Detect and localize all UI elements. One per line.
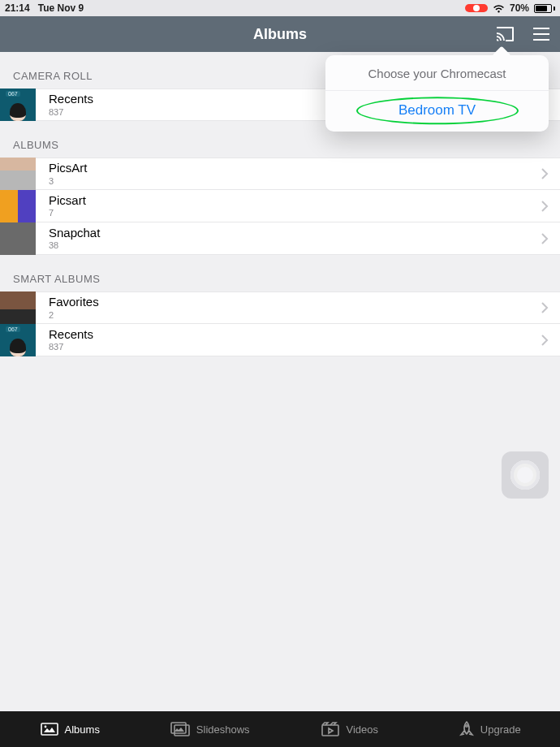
- album-count: 2: [49, 310, 99, 320]
- album-count: 7: [49, 208, 86, 218]
- status-time: 21:14: [5, 2, 30, 14]
- svg-point-5: [466, 725, 468, 728]
- album-thumbnail: [0, 158, 36, 190]
- chevron-right-icon: [541, 233, 549, 244]
- wifi-icon: [493, 4, 505, 13]
- album-title: Snapchat: [49, 227, 100, 240]
- album-thumbnail: [0, 324, 36, 356]
- assistive-touch-button[interactable]: [502, 451, 549, 499]
- tab-label: Albums: [65, 723, 100, 736]
- album-row[interactable]: Picsart 7: [0, 190, 560, 222]
- chevron-right-icon: [541, 168, 549, 179]
- album-thumbnail: [0, 89, 36, 121]
- chromecast-device-label: Bedroom TV: [398, 102, 476, 118]
- album-title: PicsArt: [49, 162, 88, 175]
- album-row[interactable]: PicsArt 3: [0, 158, 560, 190]
- svg-rect-4: [322, 725, 338, 736]
- slideshows-icon: [170, 722, 190, 736]
- chevron-right-icon: [541, 335, 549, 346]
- tab-albums[interactable]: Albums: [0, 711, 140, 747]
- tab-label: Upgrade: [480, 723, 521, 736]
- popover-title: Choose your Chromecast: [325, 55, 549, 91]
- chevron-right-icon: [541, 302, 549, 313]
- svg-rect-0: [41, 723, 58, 735]
- svg-rect-3: [171, 723, 186, 733]
- chromecast-device[interactable]: Bedroom TV: [325, 91, 549, 132]
- tab-label: Slideshows: [196, 723, 250, 736]
- videos-icon: [321, 722, 339, 736]
- album-thumbnail: [0, 291, 36, 324]
- nav-header: Albums: [0, 16, 560, 52]
- battery-icon: [534, 4, 555, 13]
- album-title: Recents: [49, 328, 93, 342]
- svg-point-1: [44, 726, 46, 728]
- section-header-smart-albums: SMART ALBUMS: [0, 255, 560, 291]
- cast-icon[interactable]: [495, 26, 515, 42]
- tab-label: Videos: [346, 723, 378, 736]
- album-count: 3: [49, 176, 88, 186]
- album-title: Favorites: [49, 296, 99, 309]
- tab-videos[interactable]: Videos: [280, 711, 420, 747]
- status-date: Tue Nov 9: [38, 2, 84, 14]
- status-bar: 21:14 Tue Nov 9 70%: [0, 0, 560, 16]
- albums-icon: [41, 723, 58, 736]
- screen-recording-indicator: [465, 4, 488, 12]
- album-thumbnail: [0, 190, 36, 222]
- album-title: Picsart: [49, 194, 86, 208]
- upgrade-icon: [459, 721, 474, 737]
- page-title: Albums: [253, 26, 307, 43]
- album-count: 837: [49, 107, 93, 117]
- tab-bar: Albums Slideshows Videos Upgrade: [0, 711, 560, 747]
- album-row[interactable]: Snapchat 38: [0, 222, 560, 255]
- menu-icon[interactable]: [532, 28, 550, 41]
- album-count: 837: [49, 342, 93, 352]
- album-thumbnail: [0, 222, 36, 255]
- chromecast-popover: Choose your Chromecast Bedroom TV: [325, 55, 549, 132]
- album-row[interactable]: Favorites 2: [0, 291, 560, 324]
- assistive-touch-icon: [510, 460, 540, 490]
- chevron-right-icon: [541, 201, 549, 212]
- album-row[interactable]: Recents 837: [0, 324, 560, 356]
- battery-percent: 70%: [510, 2, 529, 14]
- tab-upgrade[interactable]: Upgrade: [420, 711, 561, 747]
- album-title: Recents: [49, 93, 93, 106]
- tab-slideshows[interactable]: Slideshows: [140, 711, 281, 747]
- album-count: 38: [49, 240, 100, 250]
